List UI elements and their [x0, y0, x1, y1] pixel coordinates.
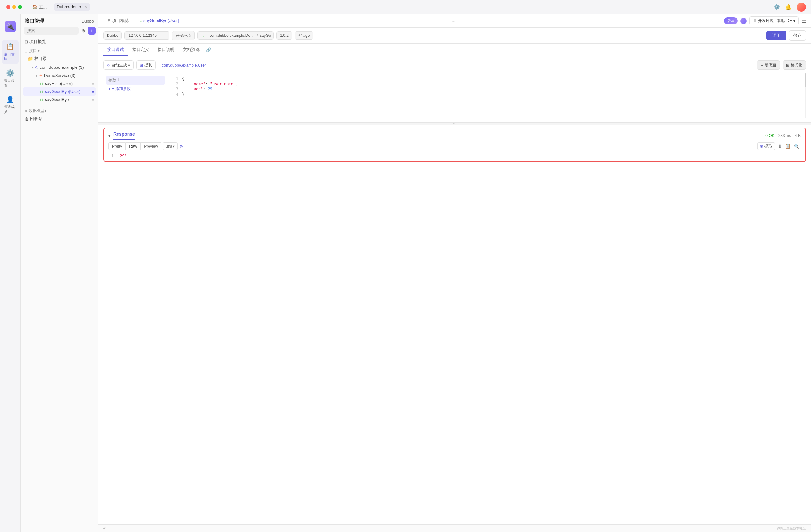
add-button[interactable]: +: [88, 27, 95, 34]
subtab-debug[interactable]: 接口调试: [103, 44, 128, 56]
root-dir-label: 根目录: [34, 56, 47, 62]
filter-button[interactable]: ⊜: [180, 144, 183, 149]
api-env-label: 开发环境: [175, 33, 191, 38]
recycle-icon: 🗑: [25, 117, 29, 121]
expand-icon-2: ▾: [35, 73, 38, 78]
resp-download-icon[interactable]: ⬇: [778, 144, 782, 149]
version-badge[interactable]: 版本: [724, 17, 738, 24]
more-tabs-button[interactable]: ···: [452, 18, 455, 23]
api-method-path: com.dubbo.example.De...: [206, 31, 256, 40]
nav-item-recycle[interactable]: 🗑 回收站: [22, 114, 96, 123]
home-icon: 🏠: [32, 4, 37, 9]
nav-item-say-hello[interactable]: ↑↓ sayHello(User): [22, 79, 96, 88]
code-line-2: 2 "name": "user-name",: [168, 81, 806, 87]
invoke-button[interactable]: 调用: [766, 31, 786, 40]
say-goodbye-label: sayGoodBye: [45, 97, 69, 102]
tab-goodbye-icon: ↑↓: [138, 18, 142, 23]
nav-item-demo-service[interactable]: ▾ ✦ DemoService (3): [22, 71, 96, 79]
env-icon: 🖥: [753, 19, 757, 23]
params-editor-split: 参数 1 + + 添加参数 1 {: [103, 73, 806, 118]
resp-tab-pretty[interactable]: Pretty: [108, 142, 126, 150]
resp-line-1: 1 "29": [108, 154, 801, 158]
sidebar-item-api-management[interactable]: 📋 接口管理: [2, 40, 19, 64]
autogen-button[interactable]: ↺ 自动生成 ▾: [103, 60, 134, 70]
traffic-light-red[interactable]: [6, 5, 10, 9]
code-line-4: 4 }: [168, 92, 806, 97]
encoding-selector[interactable]: utf8 ▾: [163, 142, 178, 150]
version-label: 版本: [728, 19, 734, 22]
resp-search-icon[interactable]: 🔍: [794, 144, 799, 149]
nav-item-project-overview[interactable]: ⊞ 项目概览: [22, 37, 96, 46]
nav-item-say-goodbye-user[interactable]: ↑↓ sayGoodBye(User): [22, 88, 96, 95]
traffic-light-yellow[interactable]: [12, 5, 16, 9]
dynamic-button[interactable]: ✦ 动态值: [757, 60, 780, 70]
invite-icon: 👤: [6, 95, 14, 103]
collapse-button[interactable]: «: [103, 526, 106, 531]
response-title: Response: [113, 132, 135, 140]
sidebar-item-project-settings[interactable]: ⚙️ 项目设置: [2, 66, 19, 90]
say-goodbye-user-dot: [92, 91, 94, 93]
add-param-button[interactable]: + + 添加参数: [106, 85, 165, 93]
dynamic-label: 动态值: [765, 62, 777, 68]
data-model-label: 数据模型 ▸: [29, 108, 47, 113]
sidebar-item-invite[interactable]: 👤 邀请成员: [2, 93, 19, 117]
add-param-icon: +: [108, 87, 111, 91]
response-chevron-icon[interactable]: ▾: [108, 133, 111, 138]
resp-copy-icon[interactable]: 📋: [785, 144, 791, 149]
search-input[interactable]: [24, 27, 79, 34]
nav-item-com-dubbo[interactable]: ▾ ◇ com.dubbo.example (3): [22, 63, 96, 71]
dubbo-demo-tab-label: Dubbo-demo: [57, 4, 81, 9]
code-editor[interactable]: 1 { 2 "name": "user-name", 3: [168, 73, 806, 118]
avatar[interactable]: [797, 3, 806, 12]
param-label: age: [303, 33, 310, 38]
param-item-1[interactable]: 参数 1: [106, 76, 165, 85]
raw-label: Raw: [129, 144, 137, 149]
close-tab-icon[interactable]: ✕: [84, 5, 87, 9]
type-label: com.dubbo.example.User: [162, 63, 206, 67]
say-hello-icon: ↑↓: [40, 81, 44, 86]
autogen-icon: ↺: [107, 63, 110, 67]
nav-section-data-model[interactable]: ◈ 数据模型 ▸: [22, 106, 96, 114]
resp-tab-raw[interactable]: Raw: [126, 142, 140, 150]
filter-icon[interactable]: ⊜: [81, 28, 86, 34]
extract-button[interactable]: ⊞ 提取: [136, 60, 156, 70]
traffic-light-green[interactable]: [18, 5, 22, 9]
subtab-description[interactable]: 接口说明: [154, 44, 178, 56]
sidebar-icons: 🔌 📋 接口管理 ⚙️ 项目设置 👤 邀请成员: [0, 14, 21, 532]
api-bar-right: 调用 保存: [766, 30, 806, 41]
subtab-doc-preview[interactable]: 文档预览: [179, 44, 203, 56]
tab-say-goodbye[interactable]: ↑↓ sayGoodBye(User): [134, 15, 183, 26]
resp-tab-preview[interactable]: Preview: [140, 142, 162, 150]
protocol-label: Dubbo: [107, 33, 118, 38]
subtab-definition[interactable]: 接口定义: [128, 44, 153, 56]
api-url[interactable]: 127.0.0.1:12345: [124, 31, 169, 40]
bell-icon[interactable]: 🔔: [785, 4, 792, 10]
dubbo-demo-tab[interactable]: Dubbo-demo ✕: [53, 3, 90, 11]
extract-icon: ⊞: [140, 63, 143, 67]
nav-item-root-dir[interactable]: 📁 根目录: [22, 54, 96, 63]
editor-scrollbar[interactable]: [805, 73, 806, 118]
api-version[interactable]: 1.0.2: [276, 31, 292, 40]
sidebar-item-logo: 🔌: [2, 18, 19, 35]
api-param[interactable]: @ age: [295, 31, 313, 40]
json-editor[interactable]: 1 { 2 "name": "user-name", 3: [168, 73, 806, 118]
api-env-tag[interactable]: 开发环境: [172, 31, 195, 40]
drag-handle[interactable]: ···: [98, 122, 811, 125]
settings-icon[interactable]: ⚙️: [774, 4, 780, 10]
version-text: 1.0.2: [280, 33, 289, 38]
resp-line-num-1: 1: [108, 154, 114, 158]
home-tab[interactable]: 🏠 主页: [30, 3, 50, 11]
nav-subtitle: Dubbo: [82, 19, 94, 24]
format-button[interactable]: ⊞ 格式化: [783, 60, 806, 70]
api-protocol: Dubbo: [103, 31, 122, 40]
env-selector[interactable]: 🖥 开发环境 / 本地 IDE ▾: [749, 16, 799, 25]
resp-extract-icon[interactable]: ⊞ 提取: [758, 142, 775, 150]
link-icon[interactable]: 🔗: [204, 45, 213, 55]
save-button[interactable]: 保存: [789, 30, 806, 41]
param-num-1: 参数 1: [108, 77, 120, 83]
nav-section-interface[interactable]: ⊟ 接口 ▾: [22, 46, 96, 54]
nav-item-say-goodbye[interactable]: ↑↓ sayGoodBye: [22, 95, 96, 104]
hamburger-icon[interactable]: ☰: [801, 18, 806, 24]
tab-project-overview[interactable]: ⊞ 项目概览: [103, 15, 133, 27]
format-icon: ⊞: [786, 63, 790, 67]
